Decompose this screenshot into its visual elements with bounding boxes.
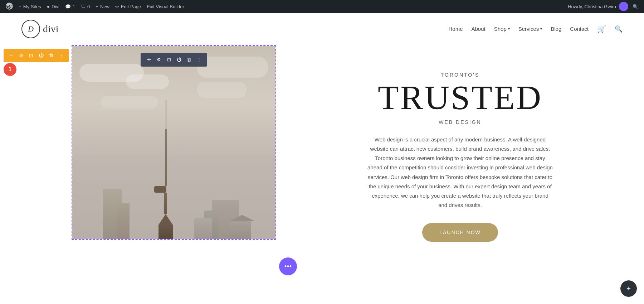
floating-purple-button[interactable]: ••• bbox=[279, 257, 297, 275]
three-dots-icon: ••• bbox=[284, 262, 292, 271]
search-icon[interactable]: 🔍 bbox=[633, 4, 638, 9]
hero-image-wrapper[interactable]: ✛ ⚙ ⊡ ⏻ 🗑 ⋮ bbox=[72, 45, 276, 240]
my-sites-label: My Sites bbox=[23, 4, 41, 9]
hero-pretitle: TORONTO'S bbox=[441, 72, 480, 78]
inner-settings-button[interactable]: ⚙ bbox=[154, 55, 164, 64]
nav-about[interactable]: About bbox=[471, 26, 485, 32]
settings-button[interactable]: ⚙ bbox=[16, 51, 26, 60]
add-icon: + bbox=[10, 53, 13, 58]
inner-trash-icon: 🗑 bbox=[187, 57, 191, 63]
admin-bar: ⌂ My Sites ● Divi 💬 1 🗨 0 + New ✏ Edit P… bbox=[0, 0, 644, 13]
inner-more-button[interactable]: ⋮ bbox=[194, 55, 204, 64]
my-sites-menu[interactable]: ⌂ My Sites bbox=[16, 0, 44, 13]
trash-icon: 🗑 bbox=[49, 53, 54, 58]
hero-image-column: ✛ ⚙ ⊡ ⏻ 🗑 ⋮ bbox=[0, 45, 283, 268]
builder-toolbar-outer: + ⚙ ⊡ ⏻ 🗑 ⋮ bbox=[4, 49, 69, 62]
exit-vb-label: Exit Visual Builder bbox=[147, 4, 184, 9]
inner-move-button[interactable]: ✛ bbox=[144, 55, 153, 64]
site-name-label: Divi bbox=[52, 4, 59, 9]
nav-shop[interactable]: Shop ▾ bbox=[494, 26, 510, 32]
site-name[interactable]: ● Divi bbox=[44, 0, 62, 13]
page-content: + ⚙ ⊡ ⏻ 🗑 ⋮ 1 ✛ bbox=[0, 45, 644, 268]
inner-layout-icon: ⊡ bbox=[167, 57, 171, 63]
shop-chevron-icon: ▾ bbox=[508, 27, 510, 31]
nav-contact[interactable]: Contact bbox=[570, 26, 589, 32]
new-content-button[interactable]: + New bbox=[93, 0, 112, 13]
cn-tower bbox=[158, 100, 173, 239]
plus-icon: + bbox=[96, 4, 98, 9]
site-nav: Home About Shop ▾ Services ▾ Blog Contac… bbox=[448, 25, 623, 33]
builder-toolbar-inner: ✛ ⚙ ⊡ ⏻ 🗑 ⋮ bbox=[141, 53, 207, 67]
services-chevron-icon: ▾ bbox=[540, 27, 542, 31]
logo-text: divi bbox=[43, 23, 59, 35]
power-button[interactable]: ⏻ bbox=[36, 51, 46, 60]
launch-now-button[interactable]: LAUNCH NOW bbox=[422, 223, 498, 242]
wp-icon bbox=[6, 3, 13, 11]
power-icon: ⏻ bbox=[39, 53, 44, 58]
site-header: D divi Home About Shop ▾ Services ▾ Blog… bbox=[0, 13, 644, 45]
more-button[interactable]: ⋮ bbox=[57, 51, 66, 60]
wp-logo[interactable] bbox=[3, 0, 16, 13]
hero-image bbox=[72, 46, 275, 239]
delete-button[interactable]: 🗑 bbox=[47, 51, 56, 60]
floating-plus-button[interactable]: + bbox=[620, 280, 637, 297]
comments-count: 1 bbox=[73, 4, 75, 9]
cart-icon[interactable]: 🛒 bbox=[597, 25, 606, 33]
layout-icon: ⊡ bbox=[29, 53, 33, 59]
hero-subtitle: WEB DESIGN bbox=[439, 119, 481, 125]
logo-letter: D bbox=[28, 24, 34, 34]
section-number: 1 bbox=[9, 66, 12, 73]
comments-button[interactable]: 💬 1 bbox=[62, 0, 78, 13]
gear-icon: ⚙ bbox=[19, 53, 24, 59]
plus-icon: + bbox=[626, 284, 631, 293]
layout-button[interactable]: ⊡ bbox=[26, 51, 36, 60]
add-section-button[interactable]: + bbox=[6, 51, 16, 60]
my-sites-icon: ⌂ bbox=[19, 4, 21, 9]
feedback-button[interactable]: 🗨 0 bbox=[78, 0, 93, 13]
section-badge: 1 bbox=[4, 63, 16, 76]
feedback-icon: 🗨 bbox=[81, 4, 86, 9]
hero-content-column: TORONTO'S TRUSTED WEB DESIGN Web design … bbox=[283, 45, 644, 268]
comments-icon: 💬 bbox=[65, 4, 71, 9]
site-logo[interactable]: D divi bbox=[21, 20, 59, 38]
divi-icon: ● bbox=[47, 4, 50, 9]
inner-delete-button[interactable]: 🗑 bbox=[184, 55, 194, 64]
header-search-icon[interactable]: 🔍 bbox=[615, 25, 623, 33]
exit-vb-button[interactable]: Exit Visual Builder bbox=[144, 0, 187, 13]
new-label: New bbox=[100, 4, 109, 9]
inner-power-button[interactable]: ⏻ bbox=[174, 55, 184, 64]
nav-services[interactable]: Services ▾ bbox=[518, 26, 542, 32]
move-icon: ✛ bbox=[147, 57, 151, 63]
user-avatar[interactable] bbox=[619, 2, 628, 11]
howdy-text: Howdy, Christina Gwira bbox=[568, 4, 616, 9]
more-icon: ⋮ bbox=[59, 53, 64, 59]
edit-page-label: Edit Page bbox=[121, 4, 141, 9]
inner-gear-icon: ⚙ bbox=[157, 57, 161, 63]
feedback-count: 0 bbox=[87, 4, 90, 9]
hero-body-text: Web design is a crucial aspect of any mo… bbox=[367, 135, 553, 210]
logo-circle: D bbox=[21, 20, 40, 38]
user-greeting: Howdy, Christina Gwira 🔍 bbox=[568, 2, 641, 11]
nav-blog[interactable]: Blog bbox=[551, 26, 561, 32]
hero-section: ✛ ⚙ ⊡ ⏻ 🗑 ⋮ bbox=[0, 45, 644, 268]
nav-home[interactable]: Home bbox=[448, 26, 463, 32]
inner-more-icon: ⋮ bbox=[197, 57, 201, 63]
hero-title: TRUSTED bbox=[378, 81, 542, 115]
edit-page-button[interactable]: ✏ Edit Page bbox=[112, 0, 144, 13]
inner-layout-button[interactable]: ⊡ bbox=[164, 55, 174, 64]
pencil-icon: ✏ bbox=[115, 4, 119, 9]
inner-power-icon: ⏻ bbox=[177, 57, 181, 63]
